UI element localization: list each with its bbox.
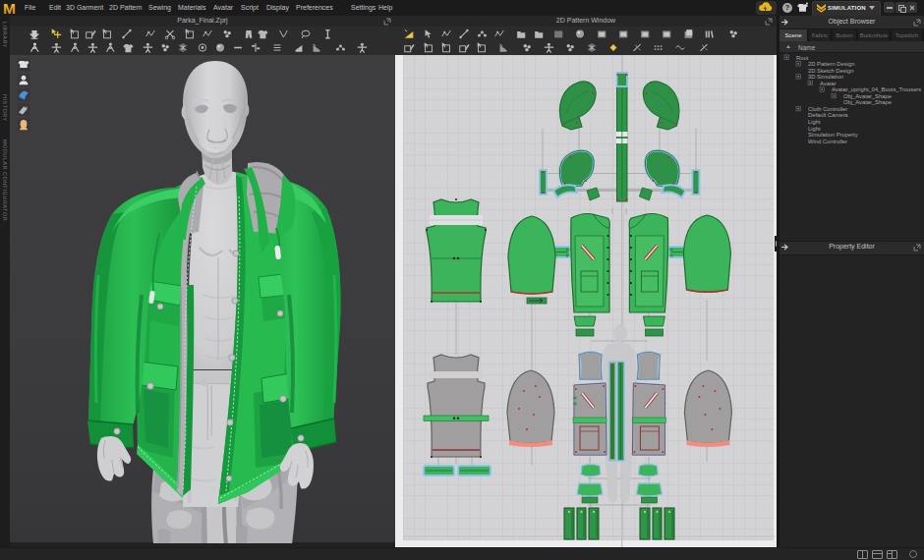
svg-text:3D Simulation: 3D Simulation — [808, 74, 843, 80]
svg-text:Avatar_upright_04_Boots_Trouse: Avatar_upright_04_Boots_Trousers — [832, 86, 921, 92]
svg-text:M: M — [3, 0, 16, 16]
svg-text:2D Pattern Design: 2D Pattern Design — [808, 61, 854, 67]
svg-text:Obj_Avatar_Shape: Obj_Avatar_Shape — [843, 99, 892, 105]
svg-text:Cloth Controller: Cloth Controller — [808, 106, 847, 112]
svg-text:Simulation Property: Simulation Property — [808, 132, 858, 138]
svg-text:Wind Controller: Wind Controller — [808, 139, 847, 144]
svg-text:Light: Light — [808, 119, 821, 125]
svg-text:Avatar: Avatar — [820, 81, 837, 86]
svg-text:Root: Root — [796, 55, 809, 61]
svg-text:2D Sketch Design: 2D Sketch Design — [808, 68, 853, 74]
svg-text:Obj_Avatar_Shape: Obj_Avatar_Shape — [843, 93, 892, 99]
svg-text:Default Camera: Default Camera — [808, 112, 848, 118]
svg-text:Light: Light — [808, 126, 821, 132]
